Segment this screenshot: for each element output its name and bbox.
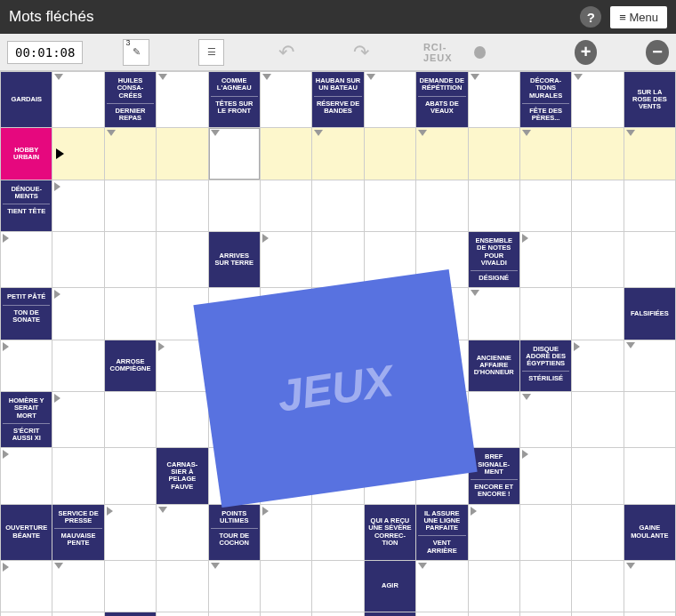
- letter-cell[interactable]: [260, 448, 311, 504]
- letter-cell[interactable]: [312, 448, 364, 504]
- letter-cell[interactable]: [1, 560, 52, 612]
- letter-cell[interactable]: [260, 128, 311, 180]
- letter-cell[interactable]: [624, 448, 675, 504]
- letter-cell[interactable]: [52, 560, 104, 612]
- letter-cell[interactable]: [364, 232, 415, 288]
- letter-cell[interactable]: [468, 612, 519, 616]
- letter-cell[interactable]: [572, 72, 624, 128]
- letter-cell[interactable]: [52, 128, 104, 180]
- letter-cell[interactable]: [157, 392, 208, 448]
- crossword-grid[interactable]: GARDAIS HUILES CONSA-CRÉESDERNIER REPAS …: [0, 71, 676, 616]
- letter-cell[interactable]: [260, 392, 311, 448]
- letter-cell[interactable]: [364, 392, 415, 448]
- undo-button[interactable]: ↶: [273, 39, 299, 66]
- letter-cell[interactable]: [468, 288, 519, 340]
- letter-cell[interactable]: [572, 232, 624, 288]
- letter-cell[interactable]: [104, 392, 156, 448]
- letter-cell[interactable]: [416, 128, 468, 180]
- letter-cell[interactable]: [624, 232, 675, 288]
- letter-cell[interactable]: [52, 392, 104, 448]
- letter-cell[interactable]: [519, 180, 571, 231]
- zoom-in-button[interactable]: +: [575, 40, 598, 65]
- letter-cell[interactable]: [468, 128, 519, 180]
- letter-cell[interactable]: [260, 560, 311, 612]
- letter-cell[interactable]: [416, 392, 468, 448]
- redo-button[interactable]: ↷: [349, 39, 374, 66]
- letter-cell[interactable]: [416, 288, 468, 340]
- letter-cell[interactable]: [157, 612, 208, 616]
- letter-cell[interactable]: [1, 232, 52, 288]
- letter-cell[interactable]: [364, 128, 415, 180]
- letter-cell[interactable]: [208, 448, 260, 504]
- letter-cell[interactable]: [624, 560, 675, 612]
- letter-cell[interactable]: [624, 180, 675, 231]
- letter-cell[interactable]: [157, 560, 208, 612]
- letter-cell[interactable]: [624, 612, 675, 616]
- letter-cell[interactable]: [104, 504, 156, 560]
- zoom-out-button[interactable]: −: [646, 40, 669, 65]
- letter-cell[interactable]: [208, 560, 260, 612]
- letter-cell[interactable]: [572, 392, 624, 448]
- letter-cell[interactable]: [312, 232, 364, 288]
- hint-button[interactable]: 3✎: [123, 39, 149, 66]
- letter-cell[interactable]: [260, 504, 311, 560]
- letter-cell[interactable]: [468, 504, 519, 560]
- letter-cell[interactable]: [208, 340, 260, 391]
- letter-cell[interactable]: [468, 180, 519, 231]
- letter-cell[interactable]: [104, 232, 156, 288]
- letter-cell[interactable]: [260, 340, 311, 391]
- letter-cell[interactable]: [260, 288, 311, 340]
- letter-cell[interactable]: [416, 340, 468, 391]
- letter-cell[interactable]: [208, 180, 260, 231]
- letter-cell[interactable]: [572, 504, 624, 560]
- letter-cell[interactable]: [519, 288, 571, 340]
- letter-cell[interactable]: [572, 448, 624, 504]
- letter-cell[interactable]: [624, 340, 675, 391]
- letter-cell[interactable]: [572, 128, 624, 180]
- letter-cell[interactable]: [157, 128, 208, 180]
- letter-cell[interactable]: [519, 504, 571, 560]
- letter-cell[interactable]: [572, 612, 624, 616]
- letter-cell[interactable]: [364, 180, 415, 231]
- letter-cell[interactable]: [52, 448, 104, 504]
- letter-cell[interactable]: [157, 72, 208, 128]
- letter-cell[interactable]: [468, 392, 519, 448]
- letter-cell[interactable]: [52, 340, 104, 391]
- letter-cell[interactable]: [364, 288, 415, 340]
- letter-cell[interactable]: [208, 392, 260, 448]
- letter-cell[interactable]: [312, 288, 364, 340]
- letter-cell[interactable]: [416, 448, 468, 504]
- letter-cell[interactable]: [157, 340, 208, 391]
- letter-cell[interactable]: [519, 612, 571, 616]
- letter-cell[interactable]: [572, 288, 624, 340]
- letter-cell[interactable]: [519, 448, 571, 504]
- letter-cell[interactable]: [52, 180, 104, 231]
- letter-cell[interactable]: [312, 128, 364, 180]
- letter-cell[interactable]: [157, 180, 208, 231]
- letter-cell[interactable]: [1, 612, 52, 616]
- letter-cell[interactable]: [519, 128, 571, 180]
- letter-cell[interactable]: [1, 340, 52, 391]
- letter-cell[interactable]: [52, 612, 104, 616]
- letter-cell[interactable]: [416, 612, 468, 616]
- letter-cell[interactable]: [572, 340, 624, 391]
- letter-cell[interactable]: [364, 448, 415, 504]
- letter-cell[interactable]: [416, 232, 468, 288]
- menu-button[interactable]: ≡ Menu: [610, 6, 667, 28]
- letter-cell[interactable]: [416, 560, 468, 612]
- letter-cell[interactable]: [208, 128, 260, 180]
- letter-cell[interactable]: [157, 232, 208, 288]
- letter-cell[interactable]: [104, 180, 156, 231]
- letter-cell[interactable]: [52, 288, 104, 340]
- letter-cell[interactable]: [104, 288, 156, 340]
- letter-cell[interactable]: [104, 128, 156, 180]
- letter-cell[interactable]: [208, 612, 260, 616]
- letter-cell[interactable]: [519, 392, 571, 448]
- letter-cell[interactable]: [312, 504, 364, 560]
- letter-cell[interactable]: [208, 288, 260, 340]
- letter-cell[interactable]: [104, 448, 156, 504]
- letter-cell[interactable]: [312, 180, 364, 231]
- letter-cell[interactable]: [468, 560, 519, 612]
- letter-cell[interactable]: [1, 448, 52, 504]
- letter-cell[interactable]: [624, 392, 675, 448]
